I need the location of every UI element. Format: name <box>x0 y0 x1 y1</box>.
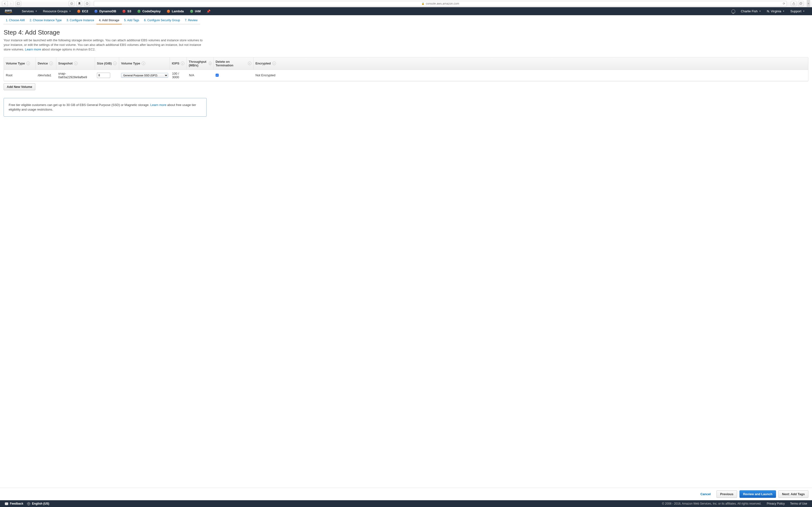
nav-shortcut-label: EC2 <box>82 9 88 13</box>
url-host: console.aws.amazon.com <box>426 2 459 5</box>
wizard-step-4[interactable]: 4. Add Storage <box>96 17 121 24</box>
delete-on-termination-checkbox[interactable]: ✓ <box>215 74 219 77</box>
nav-shortcut-s3[interactable]: S3 <box>119 7 134 15</box>
info-icon[interactable]: i <box>49 62 53 65</box>
nav-support[interactable]: Support ▼ <box>788 7 808 15</box>
table-header-row: Volume Typei Devicei Snapshoti Size (GiB… <box>4 57 808 70</box>
cancel-button[interactable]: Cancel <box>697 490 714 498</box>
dynamodb-icon <box>94 9 98 13</box>
s3-icon <box>122 9 126 13</box>
next-add-tags-button[interactable]: Next: Add Tags <box>778 490 808 498</box>
nav-user[interactable]: Charlie Fish ▼ <box>738 7 764 15</box>
th-label: Snapshot <box>58 62 72 65</box>
nav-shortcut-lambda[interactable]: Lambda <box>164 7 187 15</box>
cell-throughput: N/A <box>187 70 214 81</box>
nav-resource-groups-label: Resource Groups <box>43 9 68 13</box>
nav-pin[interactable]: 📌 <box>203 7 213 15</box>
info-icon[interactable]: i <box>209 62 211 65</box>
aws-logo[interactable]: aws <box>4 9 12 14</box>
cell-encrypted: Not Encrypted <box>254 70 808 81</box>
wizard-step-5[interactable]: 5. Add Tags <box>122 17 142 24</box>
nav-services-label: Services <box>22 9 34 13</box>
info-icon[interactable]: i <box>248 62 251 65</box>
footer-privacy-link[interactable]: Privacy Policy <box>767 502 785 505</box>
th-encrypted: Encryptedi <box>254 57 808 69</box>
codedeploy-icon <box>137 9 141 13</box>
nav-back-forward-group <box>2 1 13 6</box>
site-info-button[interactable] <box>84 1 90 6</box>
cell-size <box>95 70 119 81</box>
volume-type-select[interactable]: General Purpose SSD (GP2) <box>121 73 168 78</box>
info-icon[interactable]: i <box>113 62 117 65</box>
footer-language-label: English (US) <box>32 502 49 505</box>
nav-region[interactable]: N. Virginia ▼ <box>764 7 788 15</box>
wizard-step-7[interactable]: 7. Review <box>183 17 200 24</box>
nav-shortcut-iam[interactable]: IAM <box>187 7 204 15</box>
nav-shortcut-dynamodb[interactable]: DynamoDB <box>91 7 119 15</box>
info-icon[interactable]: i <box>27 62 30 65</box>
nav-shortcut-label: CodeDeploy <box>142 9 161 13</box>
footer-language[interactable]: English (US) <box>27 502 49 505</box>
lock-icon: 🔒 <box>421 2 424 5</box>
nav-shortcut-codedeploy[interactable]: CodeDeploy <box>134 7 164 15</box>
svg-rect-10 <box>800 2 802 4</box>
nav-services[interactable]: Services ▼ <box>19 7 40 15</box>
previous-button[interactable]: Previous <box>717 490 737 498</box>
nav-shortcut-ec2[interactable]: EC2 <box>74 7 91 15</box>
svg-point-5 <box>87 3 87 3</box>
nav-notifications[interactable] <box>729 7 738 15</box>
caret-down-icon: ▼ <box>803 10 805 12</box>
back-button[interactable] <box>2 1 8 6</box>
globe-icon <box>27 502 30 505</box>
nav-region-label: N. Virginia <box>767 9 781 13</box>
learn-more-link[interactable]: Learn more <box>25 48 41 51</box>
address-bar[interactable]: 🔒 console.aws.amazon.com ⟳ <box>94 1 787 6</box>
share-button[interactable] <box>791 1 797 6</box>
infobox-text1: Free tier eligible customers can get up … <box>9 103 150 107</box>
th-label: Volume Type <box>121 62 140 65</box>
info-icon[interactable]: i <box>181 62 185 65</box>
footer-terms-link[interactable]: Terms of Use <box>790 502 807 505</box>
info-icon[interactable]: i <box>142 62 145 65</box>
wizard-steps: 1. Choose AMI2. Choose Instance Type3. C… <box>0 15 812 24</box>
footer-feedback-label: Feedback <box>10 502 23 505</box>
nav-shortcut-label: DynamoDB <box>99 9 116 13</box>
cell-volume-type-1: Root <box>4 70 36 81</box>
reload-button[interactable]: ⟳ <box>783 2 785 5</box>
th-label: Encrypted <box>255 62 271 65</box>
aws-footer: Feedback English (US) © 2008 - 2018, Ama… <box>0 500 812 507</box>
chat-icon <box>5 502 8 505</box>
privacy-report-button[interactable] <box>69 1 74 6</box>
footer-feedback[interactable]: Feedback <box>5 502 23 505</box>
bookmark-button[interactable] <box>77 1 82 6</box>
info-icon[interactable]: i <box>272 62 276 65</box>
cell-volume-type-2: General Purpose SSD (GP2) <box>119 70 170 81</box>
infobox-learn-more-link[interactable]: Learn more <box>150 103 166 107</box>
info-icon[interactable]: i <box>74 62 78 65</box>
sidebar-toggle-button[interactable] <box>15 1 21 6</box>
th-volume-type-2: Volume Typei <box>119 57 170 69</box>
wizard-step-3[interactable]: 3. Configure Instance <box>64 17 96 24</box>
th-volume-type-1: Volume Typei <box>4 57 36 69</box>
caret-down-icon: ▼ <box>759 10 761 12</box>
nav-support-label: Support <box>791 9 802 13</box>
wizard-step-1[interactable]: 1. Choose AMI <box>3 17 27 24</box>
page-description: Your instance will be launched with the … <box>4 38 204 52</box>
wizard-step-2[interactable]: 2. Choose Instance Type <box>27 17 64 24</box>
caret-down-icon: ▼ <box>69 10 71 12</box>
th-label: Throughput (MB/s) <box>189 60 207 67</box>
forward-button[interactable] <box>8 1 13 6</box>
add-new-volume-button[interactable]: Add New Volume <box>4 83 35 90</box>
svg-rect-0 <box>17 2 20 5</box>
th-delete: Delete on Terminationi <box>214 57 254 69</box>
th-label: Volume Type <box>6 62 25 65</box>
size-input[interactable] <box>97 73 110 78</box>
nav-resource-groups[interactable]: Resource Groups ▼ <box>40 7 74 15</box>
wizard-step-6[interactable]: 6. Configure Security Group <box>142 17 183 24</box>
th-device: Devicei <box>36 57 56 69</box>
new-tab-button[interactable]: + <box>807 0 810 7</box>
review-and-launch-button[interactable]: Review and Launch <box>740 490 776 498</box>
storage-table: Volume Typei Devicei Snapshoti Size (GiB… <box>4 57 808 81</box>
footer-copyright: © 2008 - 2018, Amazon Web Services, Inc.… <box>662 502 761 505</box>
tabs-button[interactable] <box>798 1 804 6</box>
